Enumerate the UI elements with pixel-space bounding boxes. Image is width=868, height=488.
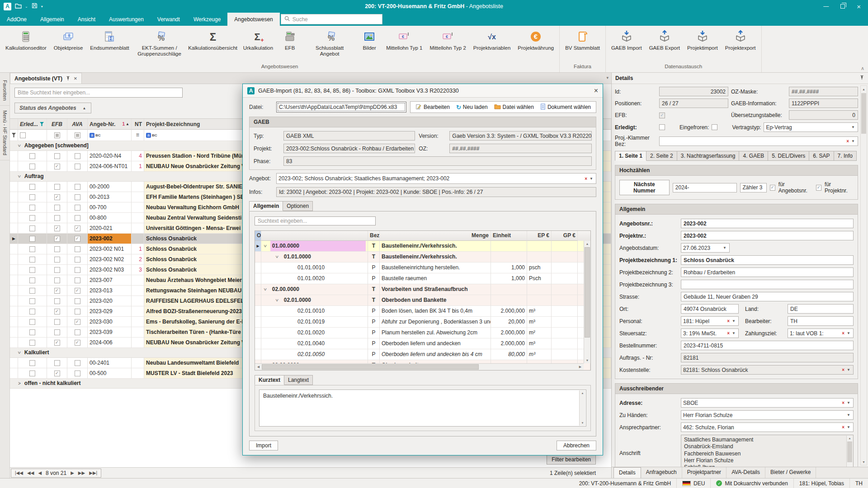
menu-tab-auswertungen[interactable]: Auswertungen bbox=[102, 13, 151, 26]
ribbon-item-objektpreise[interactable]: θObjektpreise bbox=[50, 29, 87, 51]
erledigt-checkbox[interactable] bbox=[29, 267, 35, 273]
fuer-angebotsnr-checkbox[interactable]: ✓ bbox=[770, 185, 775, 191]
ava-checkbox[interactable] bbox=[75, 329, 80, 335]
ansprechpartner-combo[interactable]: 462: Schulze, Florian×▼ bbox=[681, 422, 854, 432]
strasse-input[interactable]: Gebäude 11, Neuer Graben 29 bbox=[681, 292, 854, 301]
pin-icon[interactable] bbox=[66, 75, 71, 82]
menu-tab-allgemein[interactable]: Allgemein bbox=[33, 13, 71, 26]
nav-prev-icon[interactable]: ◀ bbox=[38, 470, 42, 475]
lv-row[interactable]: 01.01.0020PBaustelle raeumen1,000Psch bbox=[255, 273, 590, 284]
open-icon[interactable] bbox=[14, 2, 22, 11]
tabbar-dropdown-icon[interactable]: ▾ bbox=[606, 75, 609, 80]
fuer-projektnr-checkbox[interactable]: ✓ bbox=[816, 185, 821, 191]
grid-col-Menge[interactable]: Menge bbox=[380, 231, 491, 241]
erledigt-checkbox[interactable] bbox=[29, 298, 35, 304]
erledigt-checkbox[interactable] bbox=[29, 225, 35, 231]
filter-active-icon[interactable] bbox=[40, 122, 44, 126]
lv-row[interactable]: >01.01.0000TBaustelleneinr./Verkehrssich… bbox=[255, 252, 590, 263]
ribbon-item-efb[interactable]: EFB bbox=[277, 29, 303, 51]
ribbon-item-schlussblatt-angebot[interactable]: %Schlussblatt Angebot bbox=[303, 29, 356, 57]
erledigt-checkbox[interactable] bbox=[29, 340, 35, 346]
bearbeiter-input[interactable]: TH bbox=[788, 316, 854, 326]
grid-col-OZ[interactable]: OZ bbox=[255, 231, 261, 241]
angebot-combo[interactable]: 2023-002; Schloss Osnabrück; Staatliches… bbox=[276, 173, 596, 184]
dialog-tab-allgemein[interactable]: Allgemein bbox=[249, 201, 283, 211]
dock-tab-men-hf-standard[interactable]: Menü - HF Standard bbox=[0, 106, 9, 160]
menu-tab-ansicht[interactable]: Ansicht bbox=[71, 13, 102, 26]
ribbon-item-projektexport[interactable]: Projektexport bbox=[722, 29, 760, 51]
header-erledigt[interactable]: Erled... bbox=[18, 119, 47, 130]
group-by-chip[interactable]: Status des Angebotes ▲ bbox=[14, 103, 91, 113]
grid-hscrollbar[interactable]: ◀▶ bbox=[255, 363, 584, 370]
close-button[interactable]: × bbox=[857, 3, 861, 10]
kostenstelle-combo[interactable]: 82181: Schloss Osnabrück×▼ bbox=[681, 365, 854, 375]
grid-col-GP €[interactable]: GP € bbox=[552, 231, 578, 241]
datei-wählen-button[interactable]: Datei wählen bbox=[491, 103, 537, 111]
efb-checkbox[interactable] bbox=[54, 298, 60, 304]
scrollbar[interactable]: ▲▼ bbox=[846, 436, 853, 467]
open-dropdown-icon[interactable]: ⌄ bbox=[25, 5, 28, 9]
filter-bearbeiten-button[interactable]: Filter bearbeiten bbox=[547, 455, 596, 465]
efb-checkbox[interactable]: ✓ bbox=[54, 236, 60, 242]
erledigt-checkbox[interactable] bbox=[29, 153, 35, 159]
erledigt-checkbox[interactable] bbox=[29, 194, 35, 200]
ribbon-item-mittellohn-typ-2[interactable]: €Mittellohn Typ 2 bbox=[426, 29, 469, 51]
ava-checkbox[interactable]: ✓ bbox=[75, 225, 80, 231]
steuersatz-combo[interactable]: 3: 19% MwSt.×▼ bbox=[681, 328, 739, 338]
text-tab-langtext[interactable]: Langtext bbox=[284, 375, 313, 385]
import-button[interactable]: Import bbox=[249, 441, 278, 450]
efb-checkbox[interactable] bbox=[54, 215, 60, 221]
text-tab-kurztext[interactable]: Kurztext bbox=[255, 375, 284, 385]
ribbon-item-urkalkulation[interactable]: Σ+Urkalkulation bbox=[240, 29, 277, 51]
erledigt-checkbox[interactable] bbox=[29, 184, 35, 190]
dock-tab-favoriten[interactable]: Favoriten bbox=[0, 75, 9, 106]
ribbon-collapse-icon[interactable]: ∧ bbox=[861, 66, 864, 71]
projektbezeichnung1-input[interactable]: Schloss Osnabrück bbox=[681, 255, 854, 265]
efb-checkbox[interactable]: ✓ bbox=[54, 225, 60, 231]
minimize-button[interactable]: — bbox=[823, 4, 829, 9]
dokument-wählen-button[interactable]: Dokument wählen bbox=[537, 103, 594, 111]
efb-checkbox[interactable] bbox=[54, 329, 60, 335]
erledigt-checkbox[interactable] bbox=[29, 257, 35, 263]
erledigt-checkbox[interactable] bbox=[29, 329, 35, 335]
filter-row-icon[interactable] bbox=[12, 133, 16, 137]
grid-search-input[interactable] bbox=[255, 216, 376, 225]
lv-row[interactable]: >02.00.0000TVorarbeiten und Straßenaufbr… bbox=[255, 284, 590, 295]
menu-tab-addone[interactable]: AddOne bbox=[0, 13, 33, 26]
grid-vscrollbar[interactable]: ▲▼ bbox=[584, 241, 590, 363]
details-tab-3-nachtragserfassung[interactable]: 3. Nachtragserfassung bbox=[677, 151, 740, 161]
bottom-tab-bieter-gewerke[interactable]: Bieter / Gewerke bbox=[765, 467, 816, 478]
header-nt[interactable]: NT bbox=[132, 119, 144, 130]
erledigt-checkbox[interactable] bbox=[29, 215, 35, 221]
efb-checkbox[interactable]: ✓ bbox=[54, 194, 60, 200]
ribbon-search[interactable] bbox=[281, 14, 382, 24]
efb-checkbox[interactable] bbox=[54, 184, 60, 190]
ribbon-item-ekt-summen-gruppenzuschläge[interactable]: %EKT-Summen / Gruppenzuschläge bbox=[133, 29, 186, 57]
record-navigator[interactable]: |◀◀ ◀◀ ◀ 8 von 21 ▶ ▶▶ ▶▶| bbox=[11, 469, 101, 478]
eingefroren-checkbox[interactable] bbox=[712, 124, 717, 130]
dialog-close-icon[interactable]: × bbox=[594, 87, 598, 95]
grid-col-EP €[interactable]: EP € bbox=[527, 231, 552, 241]
app-logo-icon[interactable]: A bbox=[4, 3, 11, 10]
naechste-nummer-value[interactable]: 2024- bbox=[673, 183, 737, 192]
erledigt-checkbox[interactable] bbox=[29, 288, 35, 294]
efb-checkbox[interactable]: ✓ bbox=[54, 288, 60, 294]
details-tab-4-gaeb[interactable]: 4. GAEB bbox=[739, 151, 768, 161]
menu-tab-verwandt[interactable]: Verwandt bbox=[151, 13, 187, 26]
personal-combo[interactable]: 181: Hüpel×▼ bbox=[681, 316, 739, 326]
erledigt-checkbox[interactable] bbox=[29, 319, 35, 325]
save-dropdown-icon[interactable]: ▾ bbox=[41, 5, 43, 9]
projektbezeichnung2-input[interactable]: Rohbau / Erdarbeiten bbox=[681, 267, 854, 277]
save-icon[interactable] bbox=[31, 2, 38, 10]
ava-checkbox[interactable] bbox=[75, 153, 80, 159]
ribbon-item-projektwährung[interactable]: €Projektwährung bbox=[514, 29, 557, 51]
bottom-tab-ava-details[interactable]: AVA-Details bbox=[726, 467, 765, 478]
efb-checkbox[interactable] bbox=[54, 246, 60, 252]
ava-checkbox[interactable] bbox=[75, 360, 80, 366]
status-language[interactable]: DEU bbox=[676, 479, 710, 488]
kurztext-area[interactable]: Baustelleneinr./Verkehrssich. ▲▼ bbox=[259, 389, 586, 427]
filter-erledigt-checkbox[interactable] bbox=[20, 132, 26, 138]
bottom-tab-details[interactable]: Details bbox=[613, 467, 641, 478]
erledigt-checkbox[interactable] bbox=[29, 164, 35, 169]
projektbezeichnung3-input[interactable] bbox=[681, 280, 854, 289]
